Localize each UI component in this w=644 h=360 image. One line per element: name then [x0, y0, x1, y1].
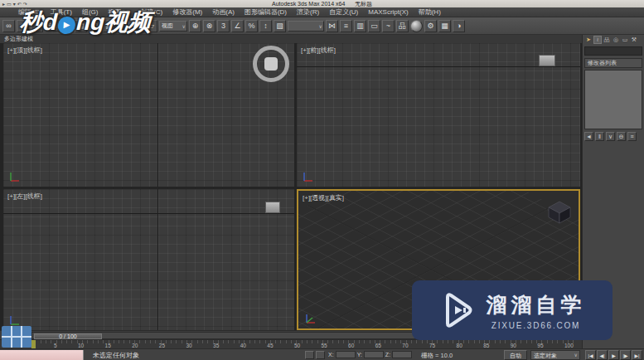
time-slider-handle[interactable]: 0 / 100 [34, 333, 102, 339]
schematic-view-icon[interactable]: 品 [396, 20, 409, 32]
previous-frame-button[interactable]: ◀| [597, 350, 608, 360]
menu-item[interactable]: MAXScript(X) [363, 7, 413, 17]
trackbar-tick-label: 40 [240, 343, 246, 348]
percent-snap-toggle-icon[interactable]: % [245, 20, 258, 32]
absolute-offset-toggle[interactable] [316, 351, 325, 359]
trackbar-tick-label: 45 [267, 343, 273, 348]
trackbar-tick-label: 60 [348, 343, 354, 348]
play-circle-icon: ▶ [57, 17, 75, 34]
trackbar-tick-label: 55 [321, 343, 327, 348]
play-logo-icon [439, 290, 476, 330]
tab-display[interactable]: ▭ [621, 36, 629, 44]
axis-tripod-icon [302, 170, 315, 183]
watermark-char: 秒 [19, 7, 44, 38]
maxscript-mini-listener[interactable] [0, 350, 84, 360]
viewport-front[interactable]: [+][前][线框] [297, 43, 580, 187]
spinner-snap-toggle-icon[interactable]: ↕ [259, 20, 272, 32]
coord-axis-label: Z: [385, 352, 390, 358]
pin-stack-button[interactable]: ◄ [584, 132, 593, 141]
object-name-field[interactable] [584, 46, 642, 56]
go-to-start-button[interactable]: |◀ [585, 350, 596, 360]
key-filter-dropdown[interactable]: 选定对象 [530, 350, 580, 360]
axis-tripod-icon [8, 314, 22, 327]
trackbar-tick-label: 35 [213, 343, 219, 348]
viewport-top-label[interactable]: [+][顶][线框] [7, 46, 42, 55]
grid-axis-line [157, 43, 158, 187]
ground-axis-line [297, 66, 580, 67]
next-frame-button[interactable]: |▶ [620, 350, 631, 360]
use-pivot-point-center-icon[interactable]: ⊕ [189, 20, 201, 32]
auto-key-button[interactable]: 自动 [504, 350, 527, 360]
transform-type-in: X: Y: Z: [328, 351, 412, 358]
edit-named-selection-sets-icon[interactable]: ▧ [274, 20, 286, 32]
reference-coordinate-dropdown[interactable]: 视图 [159, 21, 187, 32]
viewcube-icon[interactable] [547, 201, 572, 224]
viewport-left[interactable]: [+][左][线框] [3, 189, 294, 330]
tab-utilities[interactable]: ⚒ [630, 36, 638, 44]
tab-hierarchy[interactable]: 品 [603, 36, 611, 44]
tab-modify[interactable]: ≀ [593, 36, 602, 44]
grid-axis-line [157, 189, 158, 330]
current-frame-marker[interactable] [31, 340, 36, 348]
playback-controls: |◀◀|▶|▶▶| [585, 350, 642, 360]
configure-modifier-sets-button[interactable]: ≡ [627, 132, 637, 141]
viewport-left-label[interactable]: [+][左][线框] [7, 192, 42, 201]
make-unique-button[interactable]: ∨ [606, 132, 615, 141]
graphite-ribbon-toggle-icon[interactable]: ▭ [368, 20, 380, 32]
menu-item[interactable]: 自定义(U) [324, 7, 363, 17]
menu-item[interactable]: 修改器(M) [167, 7, 207, 17]
trackbar-tick-label: 95 [537, 343, 543, 348]
scene-box-object[interactable] [265, 202, 280, 213]
manage-layers-icon[interactable]: ▥ [354, 20, 366, 32]
modifier-stack-list[interactable] [584, 70, 642, 129]
menu-item[interactable]: 帮助(H) [414, 7, 446, 17]
scene-box-object[interactable] [539, 55, 555, 66]
track-bar[interactable]: 0510152025303540455055606570758085909510… [0, 339, 582, 348]
curve-editor-icon[interactable]: ~ [382, 20, 395, 32]
show-end-result-button[interactable]: ‖ [595, 132, 604, 141]
trackbar-tick-label: 15 [105, 343, 111, 348]
rendered-frame-window-icon[interactable]: ▦ [438, 20, 451, 32]
coord-value-field[interactable] [392, 351, 412, 358]
trackbar-tick-label: 70 [402, 343, 408, 348]
coord-value-field[interactable] [336, 351, 356, 358]
selection-lock-toggle[interactable] [305, 351, 314, 359]
viewport-perspective-label[interactable]: [+][透视][真实] [303, 193, 344, 202]
axis-tripod-icon [8, 170, 22, 183]
snap-toggle-3d-icon[interactable]: 3 [217, 20, 230, 32]
modifier-list-dropdown[interactable]: 修改器列表 [584, 58, 642, 68]
play-button[interactable]: ▶ [608, 350, 619, 360]
viewport-top[interactable]: [+][顶][线框] [3, 43, 294, 187]
trackbar-tick-label: 10 [78, 343, 84, 348]
render-production-icon[interactable]: ◑ [453, 20, 465, 32]
trackbar-tick-label: 100 [564, 343, 574, 348]
select-and-manipulate-icon[interactable]: ⊗ [203, 20, 215, 32]
render-setup-icon[interactable]: ⚙ [424, 20, 437, 32]
menu-item[interactable]: 动画(A) [207, 7, 240, 17]
trackbar-tick-label: 25 [159, 343, 165, 348]
coord-axis-label: X: [328, 352, 334, 358]
angle-snap-toggle-icon[interactable]: ∠ [231, 20, 244, 32]
tab-motion[interactable]: ◎ [612, 36, 620, 44]
material-editor-icon[interactable] [410, 20, 423, 32]
watermark-char: d [42, 9, 58, 36]
select-and-link-icon[interactable]: ∞ [2, 20, 15, 32]
remove-modifier-button[interactable]: ⊖ [617, 132, 626, 141]
status-bar: 未选定任何对象 X: Y: Z: 栅格 = 10.0 自动 选定对象 |◀◀|▶… [0, 348, 644, 360]
named-selection-sets-dropdown[interactable] [288, 21, 324, 32]
menu-item[interactable]: 图形编辑器(D) [240, 7, 292, 17]
trackbar-tick-label: 30 [186, 343, 191, 348]
align-icon[interactable]: ≡ [340, 20, 352, 32]
go-to-end-button[interactable]: ▶| [632, 350, 642, 360]
coord-value-field[interactable] [364, 351, 384, 358]
trackbar-tick-label: 50 [294, 343, 300, 348]
command-panel-tabs: ➤≀品◎▭⚒ [583, 35, 644, 45]
viewport-front-label[interactable]: [+][前][线框] [301, 46, 336, 55]
mirror-icon[interactable]: ⋈ [326, 20, 338, 32]
liuliu-zixue-watermark: 溜溜自学 zixue.3d66.com [412, 280, 613, 340]
menu-item[interactable]: 渲染(R) [292, 7, 324, 17]
miaodong-video-watermark: 秒d▶ng视频 [19, 7, 152, 38]
ground-axis-line [3, 213, 294, 214]
tab-create[interactable]: ➤ [584, 36, 593, 44]
trackbar-tick-label: 20 [132, 343, 138, 348]
